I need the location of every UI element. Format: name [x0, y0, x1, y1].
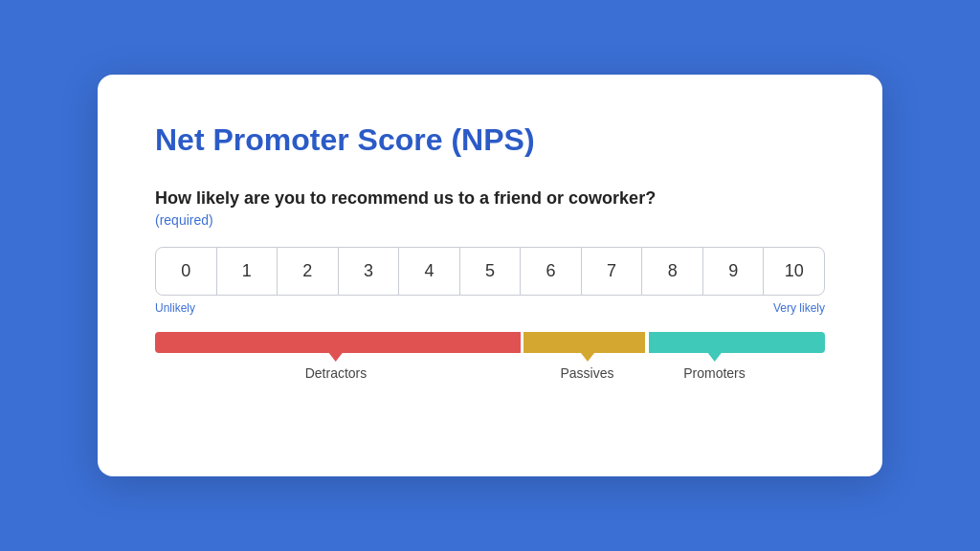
scale-cell-9[interactable]: 9 — [703, 248, 765, 295]
scale-labels: Unlikely Very likely — [155, 301, 825, 315]
bar-passives — [523, 332, 645, 353]
triangle-detractors-icon — [329, 353, 343, 362]
passives-text: Passives — [560, 365, 613, 381]
scale-cell-5[interactable]: 5 — [460, 248, 522, 295]
scale-cell-10[interactable]: 10 — [764, 248, 824, 295]
scale-cell-0[interactable]: 0 — [156, 248, 217, 295]
label-passives: Passives — [560, 353, 613, 381]
scale-cell-8[interactable]: 8 — [642, 248, 703, 295]
question-text: How likely are you to recommend us to a … — [155, 188, 825, 209]
scale-label-very-likely: Very likely — [773, 301, 825, 315]
bar-promoters — [649, 332, 825, 353]
scale-cell-3[interactable]: 3 — [339, 248, 400, 295]
scale-cell-7[interactable]: 7 — [582, 248, 643, 295]
scale-cell-6[interactable]: 6 — [521, 248, 582, 295]
bar-detractors — [155, 332, 521, 353]
scale-label-unlikely: Unlikely — [155, 301, 195, 315]
required-label: (required) — [155, 212, 825, 228]
page-title: Net Promoter Score (NPS) — [155, 122, 825, 158]
nps-bar-section: Detractors Passives Promoters — [155, 332, 825, 401]
triangle-passives-icon — [581, 353, 594, 362]
nps-bar — [155, 332, 825, 353]
promoters-text: Promoters — [683, 365, 746, 381]
label-detractors: Detractors — [305, 353, 368, 381]
scale-cell-4[interactable]: 4 — [399, 248, 460, 295]
nps-bar-labels: Detractors Passives Promoters — [155, 353, 825, 401]
triangle-promoters-icon — [707, 353, 721, 362]
scale-cell-2[interactable]: 2 — [278, 248, 339, 295]
nps-scale[interactable]: 012345678910 — [155, 247, 825, 296]
scale-cell-1[interactable]: 1 — [217, 248, 278, 295]
label-promoters: Promoters — [683, 353, 746, 381]
nps-card: Net Promoter Score (NPS) How likely are … — [98, 75, 882, 476]
detractors-text: Detractors — [305, 365, 368, 381]
